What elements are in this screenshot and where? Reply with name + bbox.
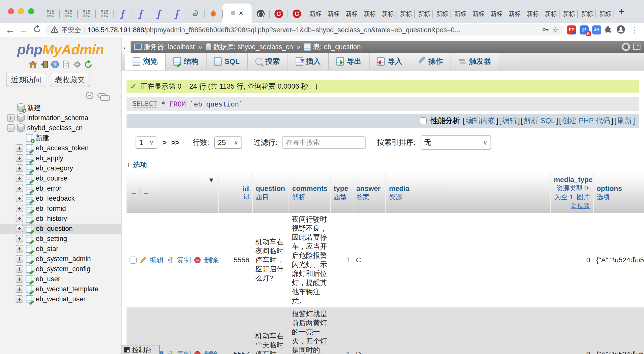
tree-item[interactable]: + eb_wechat_template [0,284,121,294]
tree-expander-icon[interactable]: + [16,255,23,263]
pma-tab[interactable]: 导出 [329,53,370,70]
refresh-icon[interactable] [84,60,93,69]
tree-item-label[interactable]: eb_question [36,225,73,233]
tree-item[interactable]: 新建 [0,103,121,113]
browser-tab-newtab[interactable]: 新标 [469,5,487,23]
breadcrumb-table[interactable]: 表: eb_question [304,42,361,51]
pinned-tab-grid-4[interactable] [96,5,114,23]
browser-tab-newtab[interactable]: 新标 [342,5,360,23]
tree-item[interactable]: + eb_star [0,244,121,254]
browser-tab-newtab[interactable]: 新标 [487,5,505,23]
delete-link[interactable]: 删除 [204,256,218,265]
tab-label[interactable]: 搜索 [265,56,280,66]
extension-p-icon[interactable]: P新 [580,25,589,34]
profile-avatar[interactable] [616,25,625,35]
new-tab-button[interactable]: + [614,4,629,19]
minimize-window-button[interactable] [18,8,24,14]
pma-tab[interactable]: 操作 [410,53,451,70]
active-browser-tab[interactable]: × [222,4,252,23]
tree-item-label[interactable]: eb_wechat_template [36,285,98,293]
browser-tab-newtab[interactable]: 新标 [306,5,324,23]
breadcrumb-back-button[interactable]: ← [122,41,131,53]
tree-expander-icon[interactable]: + [16,174,23,182]
last-page-button[interactable]: >> [171,138,179,147]
tree-item-label[interactable]: eb_error [36,185,61,192]
header-media-type[interactable]: media_type资源类型 0: 为空 1: 图片 2:视频 [550,173,593,213]
pma-tab[interactable]: 浏览 [125,53,166,70]
browser-tab-newtab[interactable]: 新标 [541,5,559,23]
browser-tab-newtab[interactable]: 新标 [396,5,415,23]
column-visibility-icon[interactable]: ←T→ [130,188,150,196]
puzzle-extensions-icon[interactable] [605,25,613,34]
tab-label[interactable]: 导出 [347,56,361,66]
help-icon[interactable]: ? [51,60,59,69]
tree-expander-icon[interactable]: + [16,185,23,192]
explain-sql-link[interactable]: 解析 SQL [524,116,555,126]
delete-icon[interactable] [194,351,201,354]
tree-item[interactable]: − shybd_seclass_cn [0,123,121,133]
filter-rows-input[interactable] [283,136,366,149]
logout-door-icon[interactable] [40,60,48,69]
tree-item-label[interactable]: shybd_seclass_cn [27,124,83,132]
tree-item-label[interactable]: eb_history [36,215,67,223]
tree-item[interactable]: + eb_feedback [0,193,121,203]
tab-label[interactable]: 插入 [306,56,321,66]
header-media[interactable]: media资源 [386,173,550,213]
page-settings-gear-icon[interactable] [622,43,630,51]
pinned-tab-grid-1[interactable] [41,5,59,23]
collapse-all-icon[interactable] [86,92,93,99]
pinned-tab-gitee-1[interactable]: G [270,5,288,23]
tree-expander-icon[interactable]: + [16,225,23,232]
pma-tab[interactable]: 结构 [166,53,207,70]
tree-item-label[interactable]: eb_star [36,245,58,253]
tree-expander-icon[interactable]: + [16,215,23,222]
tree-item-label[interactable]: eb_course [36,174,67,182]
tree-expander-icon[interactable]: + [16,164,23,172]
security-label[interactable]: 不安全 [61,26,81,34]
tree-item-label[interactable]: eb_user [36,275,60,283]
expand-panel-icon[interactable] [633,44,640,50]
browser-tab-newtab[interactable]: 新标 [451,5,469,23]
tree-expander-icon[interactable]: + [16,285,23,293]
tree-item-label[interactable]: information_schema [27,114,88,122]
header-answer[interactable]: answer答案 [353,173,386,213]
sort-triangle-icon[interactable]: ▼ [208,176,215,184]
tree-item[interactable]: + eb_formid [0,203,121,214]
bookmark-star-icon[interactable]: ☆ [552,26,559,34]
pinned-tab-grid-2[interactable] [59,5,77,23]
tree-expander-icon[interactable]: + [16,295,23,303]
pma-tab[interactable]: SQL [207,53,248,70]
tab-label[interactable]: SQL [225,57,240,66]
tree-expander-icon[interactable] [7,104,15,112]
profiling-checkbox[interactable] [420,117,427,124]
address-bar[interactable]: 不安全 106.54.78.191:888/phpmyadmin_f885d6b… [45,24,565,36]
browser-tab-newtab[interactable]: 新标 [596,5,614,23]
documentation-icon[interactable] [62,60,70,69]
browser-tab-newtab[interactable]: 新标 [378,5,396,23]
header-options[interactable]: options选项 [593,173,644,213]
edit-inline-link[interactable]: 编辑内嵌 [466,116,495,126]
tree-expander-icon[interactable]: − [7,124,15,132]
pma-tab[interactable]: 插入 [288,53,329,70]
breadcrumb-database[interactable]: 数据库: shybd_seclass_cn [206,42,293,51]
tree-expander-icon[interactable]: + [16,195,23,202]
tree-item[interactable]: + eb_error [0,183,121,193]
close-window-button[interactable] [8,8,14,14]
back-button[interactable]: ← [5,25,16,34]
delete-icon[interactable] [194,257,201,264]
tree-item-label[interactable]: eb_system_admin [36,255,91,263]
tree-item[interactable]: + eb_access_token [0,143,121,153]
tab-label[interactable]: 导入 [388,56,402,66]
tree-item[interactable]: + eb_question [0,224,121,234]
browser-tab-newtab[interactable]: 新标 [523,5,541,23]
browser-tab-newtab[interactable]: 新标 [578,5,596,23]
tree-item-label[interactable]: eb_apply [36,154,63,162]
options-toggle[interactable]: + 选项 [127,160,639,170]
pinned-tab-esh-4[interactable]: ʃ [168,5,186,23]
forward-button[interactable]: → [18,25,29,34]
edit-link[interactable]: 编辑 [502,116,517,126]
tree-item[interactable]: + eb_apply [0,153,121,163]
browser-tab-newtab[interactable]: 新标 [433,5,451,23]
next-page-button[interactable]: > [162,138,166,147]
pinned-tab-grid-3[interactable] [77,5,96,23]
